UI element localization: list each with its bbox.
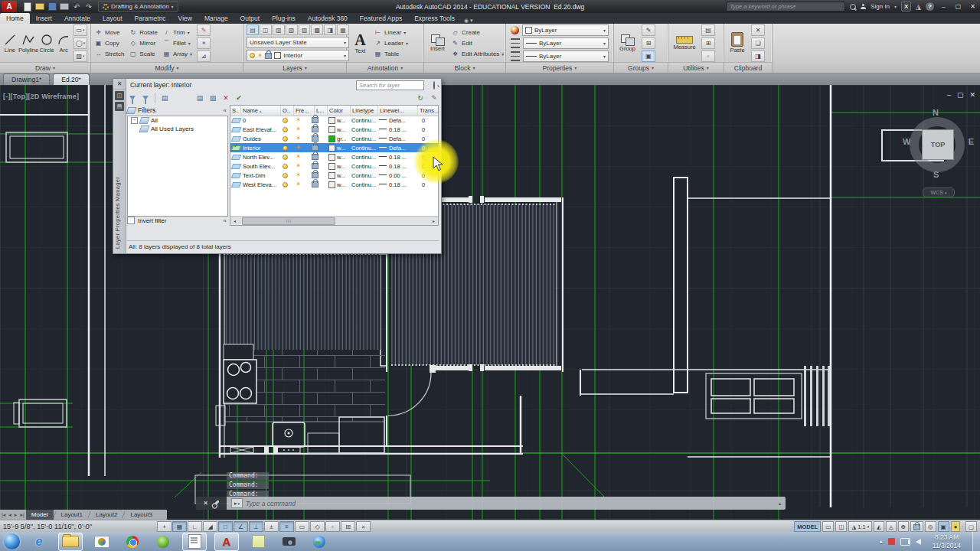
osnap3d-toggle[interactable]: ⊥ — [249, 521, 263, 532]
taskbar-document-app-icon[interactable] — [182, 533, 207, 551]
redo-icon[interactable]: ↷ — [84, 2, 93, 11]
taskbar-notes-app-icon[interactable] — [247, 533, 270, 550]
infocenter-search-input[interactable]: Type a keyword or phrase — [726, 2, 845, 11]
layer-row[interactable]: ✓ South Elev... ☀ w... Continu... 0.18 .… — [230, 161, 438, 171]
drawing-quickview-icon[interactable]: ◫ — [835, 521, 847, 532]
ortho-toggle[interactable]: ◢ — [203, 521, 217, 532]
panel-footer-properties[interactable]: Properties▾ — [506, 62, 613, 73]
isolate-objects-icon[interactable]: ▣ — [938, 521, 949, 532]
collapse-filters-icon[interactable]: « — [224, 107, 228, 114]
panel-footer-utilities[interactable]: Utilities▾ — [668, 62, 724, 73]
rectangle-tool-icon[interactable]: ▭▾ — [74, 24, 87, 36]
group-edit-icon[interactable]: ⊞ — [642, 37, 655, 49]
linetype-dropdown[interactable]: ByLayer▾ — [523, 51, 609, 62]
invert-filter-checkbox[interactable] — [127, 217, 135, 224]
panel-footer-modify[interactable]: Modify▾ — [91, 62, 243, 73]
taskbar-green-app-icon[interactable] — [152, 533, 175, 550]
group-button[interactable]: Group — [617, 34, 638, 52]
model-space-button[interactable]: MODEL — [794, 521, 821, 532]
taskbar-explorer-icon[interactable] — [58, 533, 83, 551]
quick-calc-icon[interactable]: ⊞ — [701, 37, 715, 49]
tab-view[interactable]: View — [172, 13, 198, 24]
viewcube-top-face[interactable]: TOP — [922, 129, 954, 160]
otrack-toggle[interactable]: ± — [264, 521, 279, 532]
selectioncycling-toggle[interactable]: × — [356, 521, 371, 532]
tab-home[interactable]: Home — [0, 13, 30, 24]
layer-list-hscrollbar[interactable]: ◂ III ▸ — [230, 216, 438, 225]
linetype-icon[interactable] — [511, 51, 520, 61]
layer-color-swatch[interactable] — [328, 126, 335, 133]
workspace-switcher[interactable]: Drafting & Annotation ▾ — [98, 1, 178, 12]
panel-footer-draw[interactable]: Draw▾ — [0, 62, 90, 73]
wcs-menu[interactable]: WCS▾ — [923, 187, 955, 197]
layer-color-swatch[interactable] — [328, 154, 335, 161]
color-dropdown[interactable]: ByLayer▾ — [522, 24, 609, 36]
drawing-restore-button[interactable]: ▢ — [957, 91, 964, 99]
layer-on-icon[interactable] — [283, 116, 288, 125]
layer-freeze-icon[interactable]: ☀ — [296, 180, 301, 189]
command-scrollup-icon[interactable]: ▴ — [779, 500, 781, 506]
layer-linetype[interactable]: Continu... — [351, 180, 379, 189]
viewcube-south[interactable]: S — [933, 170, 939, 179]
linear-dimension-button[interactable]: ⊢Linear▾ — [374, 28, 408, 37]
layer-lineweight[interactable]: 0.18 ... — [389, 152, 418, 161]
layer-freeze-icon[interactable]: ☀ — [296, 152, 301, 161]
layer-prev-icon[interactable]: ◨ — [324, 24, 336, 35]
layer-freeze-icon[interactable]: ☀ — [296, 116, 301, 125]
tab-first-icon[interactable]: |◂ — [0, 512, 7, 518]
autodesk360-icon[interactable]: ◮ — [916, 3, 921, 11]
quick-select-icon[interactable]: ▤ — [701, 24, 715, 36]
layer-row[interactable]: ✓ Interior ☀ w... Continu... Defa... 0 — [230, 143, 438, 152]
layer-row[interactable]: ✓ West Eleva... ☀ w... Continu... 0.18 .… — [230, 180, 438, 189]
tray-show-hidden-icon[interactable]: ▴ — [880, 538, 883, 545]
layer-search-icon[interactable] — [433, 81, 435, 90]
filter-all[interactable]: – All — [128, 116, 227, 125]
panel-footer-groups[interactable]: Groups▾ — [614, 62, 668, 73]
layer-transparency[interactable]: 0 — [422, 125, 436, 134]
taskbar-chrome-icon[interactable] — [121, 533, 144, 550]
ducs-toggle[interactable]: ≡ — [279, 521, 294, 532]
layer-freeze-icon[interactable]: ▧ — [286, 24, 298, 35]
ungroup-icon[interactable]: ✎ — [642, 24, 655, 36]
undo-icon[interactable]: ↶ — [72, 2, 81, 11]
viewport-controls-label[interactable]: [-][Top][2D Wireframe] — [3, 93, 79, 100]
layer-color-swatch[interactable] — [328, 135, 335, 142]
edit-attributes-button[interactable]: ❖Edit Attributes▾ — [451, 49, 504, 59]
create-block-button[interactable]: ▱Create — [451, 28, 504, 37]
layer-on-icon[interactable] — [283, 152, 288, 161]
layer-name[interactable]: Guides — [243, 134, 281, 143]
hatch-tool-icon[interactable]: ▨▾ — [74, 51, 87, 62]
paste-button[interactable]: Paste — [727, 32, 747, 54]
tab-layout3[interactable]: Layout3 — [125, 510, 157, 520]
circle-button[interactable]: Circle — [38, 33, 55, 54]
snap-toggle[interactable]: ▦ — [172, 521, 187, 532]
layer-color-swatch[interactable] — [328, 117, 335, 124]
hardware-accel-icon[interactable]: ◎ — [925, 521, 936, 532]
start-button[interactable] — [4, 533, 20, 549]
layer-freeze-icon[interactable]: ☀ — [296, 125, 301, 134]
new-group-filter-icon[interactable] — [140, 93, 151, 103]
layer-lineweight[interactable]: 0.00 ... — [389, 171, 418, 180]
viewcube[interactable]: N W TOP E S — [906, 109, 969, 182]
chevron-down-icon[interactable]: ▾ — [894, 4, 897, 9]
plot-icon[interactable] — [60, 2, 69, 11]
scrollbar-thumb[interactable]: III — [242, 217, 335, 225]
layer-color-swatch[interactable] — [328, 172, 335, 179]
tab-model[interactable]: Model — [26, 510, 54, 520]
tab-manage[interactable]: Manage — [198, 13, 234, 24]
polar-toggle[interactable]: □ — [218, 521, 233, 532]
join-icon[interactable]: ⊿ — [197, 51, 211, 62]
annotation-visibility-icon[interactable]: ◭ — [874, 521, 884, 532]
refresh-icon[interactable]: ↻ — [415, 93, 426, 103]
layer-linetype[interactable]: Continu... — [351, 152, 379, 161]
settings-icon[interactable]: ✎ — [429, 93, 439, 103]
layer-lineweight[interactable]: 0.18 ... — [389, 161, 418, 171]
cut-icon[interactable]: ✕ — [751, 24, 765, 36]
taskbar-clock[interactable]: 8:23 AM 11/3/2014 — [926, 533, 967, 549]
layer-linetype[interactable]: Continu... — [351, 171, 379, 180]
layer-lock-icon[interactable] — [312, 142, 318, 151]
layer-name[interactable]: 0 — [243, 116, 281, 125]
layer-transparency[interactable]: 0 — [422, 116, 436, 125]
lwt-toggle[interactable]: ◇ — [310, 521, 325, 532]
tab-express-tools[interactable]: Express Tools — [408, 13, 461, 24]
